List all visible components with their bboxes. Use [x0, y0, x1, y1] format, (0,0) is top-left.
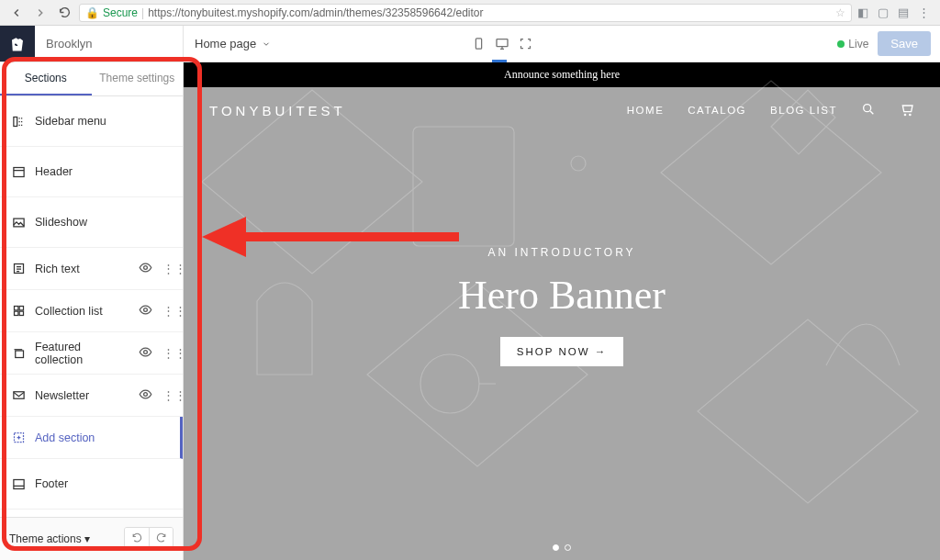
redo-button[interactable] [149, 528, 173, 550]
section-label: Featured collection [35, 341, 129, 366]
save-button[interactable]: Save [878, 31, 931, 56]
svg-point-6 [144, 265, 148, 269]
section-collection-list[interactable]: Collection list ⋮⋮ [0, 290, 183, 332]
caret-down-icon: ▾ [84, 532, 90, 545]
drag-handle-icon[interactable]: ⋮⋮ [162, 262, 172, 275]
drag-handle-icon[interactable]: ⋮⋮ [162, 304, 172, 318]
fullscreen-icon[interactable] [519, 37, 532, 50]
grid-icon [11, 304, 26, 319]
sidebar: Sections Theme settings Sidebar menu Hea… [0, 62, 184, 560]
hero-title: Hero Banner [184, 272, 940, 319]
desktop-view-icon[interactable] [495, 37, 509, 51]
star-icon[interactable]: ☆ [835, 6, 845, 19]
extension-icon[interactable]: ▢ [878, 6, 892, 20]
tab-sections[interactable]: Sections [0, 62, 92, 95]
svg-rect-2 [13, 117, 17, 126]
editor-topbar: Brooklyn Home page Live Save [0, 26, 940, 62]
svg-rect-1 [497, 39, 508, 46]
hero-section: AN INTRODUCTORY Hero Banner SHOP NOW → [184, 246, 940, 366]
svg-rect-8 [19, 307, 23, 310]
page-selector[interactable]: Home page [195, 37, 271, 50]
section-rich-text[interactable]: Rich text ⋮⋮ [0, 248, 183, 290]
svg-rect-17 [13, 479, 23, 488]
drag-handle-icon[interactable]: ⋮⋮ [162, 388, 172, 402]
hero-cta-button[interactable]: SHOP NOW → [500, 337, 623, 366]
page-selector-label: Home page [195, 37, 256, 50]
sidebar-icon [11, 114, 26, 129]
secure-label: Secure [103, 6, 138, 19]
footer-icon [11, 476, 26, 491]
stack-icon [11, 346, 26, 361]
dot-2[interactable] [565, 544, 571, 551]
svg-rect-0 [476, 38, 482, 48]
extension-icon[interactable]: ▤ [898, 6, 912, 20]
section-featured-collection[interactable]: Featured collection ⋮⋮ [0, 332, 183, 375]
slideshow-dots [553, 544, 571, 551]
text-icon [11, 262, 26, 276]
reload-button[interactable] [55, 4, 73, 22]
section-label: Collection list [35, 305, 129, 318]
section-label: Header [35, 165, 172, 178]
eye-icon[interactable] [139, 261, 153, 277]
section-sidebar-menu[interactable]: Sidebar menu [0, 96, 183, 147]
chevron-down-icon [262, 39, 271, 49]
tab-theme-settings[interactable]: Theme settings [92, 62, 184, 95]
extension-icon[interactable]: ◧ [857, 6, 872, 20]
address-bar[interactable]: 🔒 Secure | https://tonybuitest.myshopify… [79, 4, 852, 22]
svg-point-15 [144, 392, 148, 396]
svg-point-11 [144, 308, 148, 311]
dot-1[interactable] [553, 544, 559, 551]
undo-button[interactable] [125, 528, 149, 550]
header-icon [11, 164, 26, 179]
section-label: Add section [35, 431, 169, 444]
drag-handle-icon[interactable]: ⋮⋮ [162, 346, 172, 360]
section-label: Slideshow [35, 216, 172, 229]
eye-icon[interactable] [139, 387, 153, 404]
svg-rect-7 [14, 307, 17, 310]
svg-point-19 [571, 156, 586, 171]
svg-rect-3 [13, 167, 23, 176]
live-status: Live [837, 37, 868, 50]
menu-icon[interactable]: ⋮ [918, 6, 933, 20]
svg-point-13 [144, 350, 148, 353]
section-add-section[interactable]: Add section [0, 417, 183, 459]
url-text: https://tonybuitest.myshopify.com/admin/… [148, 6, 483, 19]
sidebar-footer: Theme actions ▾ [0, 517, 183, 560]
eye-icon[interactable] [139, 345, 153, 362]
section-list: Sidebar menu Header Slideshow Rich text … [0, 96, 183, 517]
shopify-logo[interactable] [0, 26, 35, 62]
theme-actions-dropdown[interactable]: Theme actions ▾ [9, 532, 90, 545]
forward-button[interactable] [31, 4, 50, 22]
mobile-view-icon[interactable] [472, 37, 486, 50]
browser-chrome: 🔒 Secure | https://tonybuitest.myshopify… [0, 0, 940, 26]
plus-icon [11, 431, 26, 445]
section-label: Footer [35, 477, 172, 490]
svg-rect-12 [15, 351, 23, 358]
section-label: Rich text [35, 263, 129, 275]
section-label: Sidebar menu [35, 115, 172, 128]
eye-icon[interactable] [139, 303, 153, 319]
section-slideshow[interactable]: Slideshow [0, 197, 183, 248]
svg-rect-14 [13, 392, 23, 399]
svg-rect-10 [19, 311, 23, 315]
section-newsletter[interactable]: Newsletter ⋮⋮ [0, 375, 183, 417]
theme-name: Brooklyn [35, 26, 184, 62]
mail-icon [11, 388, 26, 403]
preview-pane: Announce something here TONYBUITEST HOME… [184, 62, 940, 560]
lock-icon: 🔒 [85, 6, 99, 19]
back-button[interactable] [7, 4, 26, 22]
svg-rect-9 [14, 311, 17, 315]
section-label: Newsletter [35, 389, 129, 402]
section-footer[interactable]: Footer [0, 459, 183, 510]
hero-kicker: AN INTRODUCTORY [184, 246, 940, 259]
section-header[interactable]: Header [0, 147, 183, 197]
svg-rect-18 [413, 127, 514, 246]
image-icon [11, 215, 26, 230]
